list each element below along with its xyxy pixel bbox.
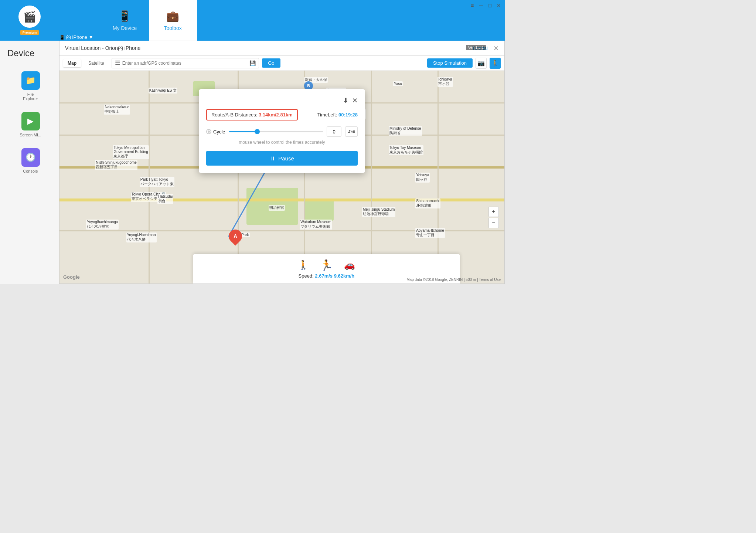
map-label-nakanosakaue: Nakanosakaue中野坂上 <box>104 105 130 115</box>
my-device-icon: 📱 <box>118 10 131 22</box>
map-copyright: Map data ©2018 Google, ZENRIN | 500 m | … <box>406 278 501 282</box>
cycle-row: Cycle 0 ↺ AB <box>206 126 358 137</box>
park-area-2 <box>304 198 334 221</box>
cycle-radio[interactable]: Cycle <box>206 129 225 135</box>
map-label-ichigaya: Ichigaya市ヶ谷 <box>437 77 453 87</box>
search-bar: ☰ 💾 <box>112 58 259 68</box>
sidebar-title: Device <box>0 48 61 66</box>
pause-icon: ⏸ <box>270 155 275 162</box>
my-device-label: My Device <box>113 25 137 31</box>
menu-icon[interactable]: ≡ <box>469 3 475 9</box>
route-info-row: Route/A-B Distances: 3.14km/2.81km TimeL… <box>206 109 358 120</box>
tab-toolbox[interactable]: 💼 Toolbox <box>149 0 197 41</box>
zoom-in-button[interactable]: + <box>488 207 499 217</box>
toolbox-label: Toolbox <box>164 25 181 31</box>
satellite-view-button[interactable]: Satellite <box>84 59 109 67</box>
list-icon: ☰ <box>115 60 120 67</box>
mouse-hint: mouse wheel to control the times accurat… <box>206 140 358 145</box>
map-label-tokyo-metro: Tokyo MetropolitanGovernment Building東京都… <box>113 145 149 159</box>
virtual-location-modal: Virtual Location - Orion的 iPhone Tutoria… <box>59 41 505 284</box>
modal-title: Virtual Location - Orion的 iPhone <box>65 45 140 52</box>
map-label-hatsudai: Hatsudai初台 <box>157 194 173 204</box>
speed-text: Speed: 2.67m/s 9.62km/h <box>299 273 355 279</box>
main-content: Device 📁 FileExplorer ▶ Screen Mi... 🕐 C… <box>0 41 505 284</box>
route-popup: ⬇ ✕ Route/A-B Distances: 3.14km/2.81km T… <box>199 89 365 173</box>
road-v-4 <box>371 71 372 284</box>
cycle-slider-thumb[interactable] <box>255 129 260 134</box>
popup-close-button[interactable]: ✕ <box>352 96 358 105</box>
map-label-shinanomachi: ShinanomachiJR信濃町 <box>415 198 440 208</box>
map-container[interactable]: Kashiwaqi ES 文 Nakanosakaue中野坂上 Seibu-Sh… <box>59 71 504 284</box>
road-v-5 <box>437 71 439 284</box>
sidebar-item-file-explorer[interactable]: 📁 FileExplorer <box>0 66 61 106</box>
app-logo: 🎬 <box>18 6 41 28</box>
toolbox-icon: 💼 <box>166 10 179 22</box>
walk-speed-icon[interactable]: 🚶 <box>298 260 309 270</box>
route-distance-value: 3.14km/2.81km <box>259 112 293 118</box>
google-watermark: Google <box>63 274 80 280</box>
screen-mirror-label: Screen Mi... <box>20 133 41 137</box>
map-label-meiji-stadium: Meiji Jingu Stadium明治神宮野球場 <box>362 207 396 217</box>
speed-icons: 🚶 🏃 🚗 <box>298 259 355 271</box>
map-view-button[interactable]: Map <box>63 59 81 67</box>
device-selector[interactable]: 📱 的 iPhone ▼ <box>59 34 93 41</box>
cycle-radio-button[interactable] <box>206 129 211 134</box>
version-badge: Ver. 1.3.1 <box>466 45 486 50</box>
gps-search-input[interactable] <box>122 61 247 66</box>
tab-my-device[interactable]: 📱 My Device <box>101 0 149 41</box>
speed-value: 2.67m/s 9.62km/h <box>315 273 354 279</box>
map-label-aoyama: Aoyama-Itchome青山一丁目 <box>415 228 445 238</box>
sidebar: Device 📁 FileExplorer ▶ Screen Mi... 🕐 C… <box>0 41 61 284</box>
map-label-yasu: Yasu <box>393 81 403 86</box>
minimize-button[interactable]: ─ <box>478 3 484 9</box>
screen-mirror-icon: ▶ <box>21 112 40 130</box>
zoom-out-button[interactable]: − <box>488 218 499 228</box>
sidebar-item-screen-mirror[interactable]: ▶ Screen Mi... <box>0 106 61 143</box>
console-label: Console <box>23 169 38 173</box>
time-value: 00:19:28 <box>338 112 358 118</box>
maximize-button[interactable]: □ <box>487 3 493 9</box>
premium-badge: Premium <box>20 30 39 35</box>
modal-header: Virtual Location - Orion的 iPhone Tutoria… <box>59 41 504 56</box>
go-button[interactable]: Go <box>262 58 280 68</box>
sidebar-item-console[interactable]: 🕐 Console <box>0 143 61 179</box>
run-speed-icon[interactable]: 🏃 <box>320 259 333 271</box>
popup-header: ⬇ ✕ <box>206 96 358 105</box>
cycle-slider-fill <box>229 131 257 132</box>
map-label-kashiwaqi: Kashiwaqi ES 文 <box>149 88 177 94</box>
cycle-radio-dot <box>208 130 210 133</box>
console-icon: 🕐 <box>21 148 40 167</box>
file-explorer-label: FileExplorer <box>23 92 38 101</box>
title-bar: ≡ ─ □ ✕ <box>468 0 505 11</box>
save-location-button[interactable]: 💾 <box>249 60 256 66</box>
camera-button[interactable]: 📷 <box>476 58 487 69</box>
modal-close-button[interactable]: ✕ <box>493 44 499 52</box>
map-label-yotsuya: Yotsuya四ッ谷 <box>415 173 430 183</box>
file-explorer-icon: 📁 <box>21 71 40 90</box>
map-label-yoyogi-hachiman-jinja: Yoyogihachimangu代々木八幡宮 <box>86 220 119 230</box>
time-left: TimeLeft: 00:19:28 <box>317 112 358 118</box>
map-label-watarium: Watarium Museumワタリウム美術館 <box>300 220 332 230</box>
map-label-meiji-jingu: 明治神宮 <box>269 205 285 211</box>
car-speed-icon[interactable]: 🚗 <box>344 260 355 270</box>
stop-simulation-button[interactable]: Stop Simulation <box>427 58 473 68</box>
nav-tabs: 📱 My Device 💼 Toolbox <box>101 0 197 41</box>
map-zoom-controls: + − <box>488 207 499 228</box>
route-label: Route/A-B Distances: <box>211 112 257 118</box>
route-distance-box: Route/A-B Distances: 3.14km/2.81km <box>206 109 298 120</box>
pause-button[interactable]: ⏸ Pause <box>206 151 358 166</box>
cycle-ab-button[interactable]: ↺ AB <box>345 126 358 137</box>
map-label-nishi: Nishi-Shinjukugoochome西新宿五丁目 <box>95 160 137 170</box>
pause-label: Pause <box>278 155 294 162</box>
nav-bar: 🎬 Premium 📱 的 iPhone ▼ 📱 My Device 💼 Too… <box>0 0 505 41</box>
close-button[interactable]: ✕ <box>496 3 502 9</box>
popup-download-button[interactable]: ⬇ <box>343 96 348 105</box>
logo-area: 🎬 Premium <box>0 0 59 41</box>
map-label-yoyogi-hachiman: Yoyogi-Hachiman代々木八幡 <box>126 232 157 242</box>
map-label-toy-museum: Tokyo Toy Museum東京おもちゃ美術館 <box>389 145 423 155</box>
cycle-slider[interactable] <box>229 131 323 132</box>
map-label-defense: Ministry of Defense防衛省 <box>389 126 422 136</box>
cycle-count-display: 0 <box>327 126 341 137</box>
cycle-label: Cycle <box>213 129 225 135</box>
walk-mode-button[interactable]: 🚶 <box>490 58 501 69</box>
